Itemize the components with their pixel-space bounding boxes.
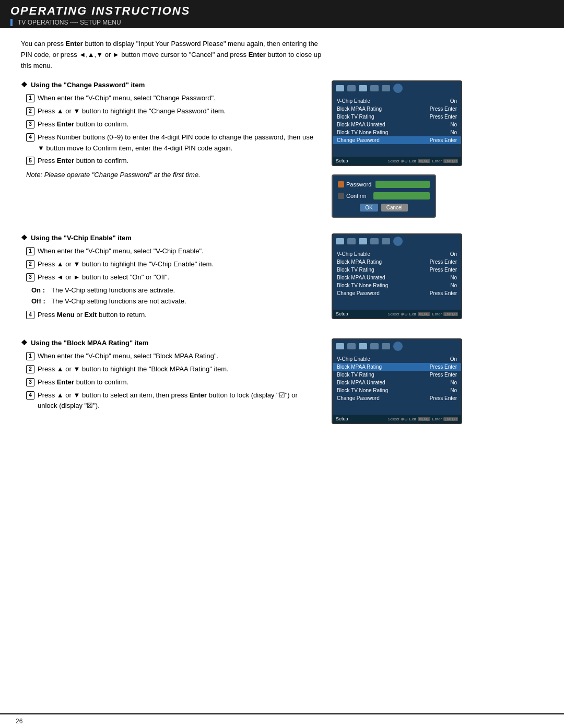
pwd-input-password	[375, 181, 430, 188]
step1-4: 4 Press Number buttons (0~9) to enter th…	[26, 132, 313, 154]
tv3-row-none: Block TV None Rating No	[333, 386, 461, 394]
header-subtitle: TV OPERATIONS ---- SETUP MENU	[10, 19, 554, 26]
tv-icon-1	[336, 85, 344, 91]
step2-3: 3 Press ◄ or ► button to select "On" or …	[26, 272, 313, 283]
pwd-icon-confirm	[338, 193, 344, 199]
tv3-row-tv: Block TV Rating Press Enter	[333, 371, 461, 379]
pwd-input-confirm	[373, 192, 430, 199]
tv-bottombar-3: Setup Select ⊕⊖ Exit MENU Enter ENTER	[333, 415, 461, 423]
tv-icon2-3	[359, 238, 367, 244]
tv-icon3-2	[347, 343, 356, 349]
tv-row-change-pwd: Change Password Press Enter	[333, 136, 461, 144]
tv2-row-none: Block TV None Rating No	[333, 281, 461, 289]
section2-sublist: On : The V-Chip setting functions are ac…	[21, 285, 313, 307]
step1-3: 3 Press Enter button to confirm.	[26, 119, 313, 130]
tv2-row-mpaa: Block MPAA Rating Press Enter	[333, 258, 461, 266]
section1-screens: V-Chip Enable On Block MPAA Rating Press…	[332, 80, 462, 218]
tv-menu-1: V-Chip Enable On Block MPAA Rating Press…	[333, 95, 461, 146]
sub-off: Off : The V-Chip setting functions are n…	[31, 296, 313, 307]
pwd-label-confirm: Confirm	[338, 193, 369, 199]
tv-icon2-4	[370, 238, 379, 244]
section1-steps: 1 When enter the "V-Chip" menu, select "…	[21, 93, 313, 167]
pwd-cancel-button[interactable]: Cancel	[381, 204, 408, 212]
tv-icon-6	[393, 84, 403, 93]
tv-controls-3: Select ⊕⊖ Exit MENU Enter ENTER	[388, 417, 459, 421]
tv2-row-unrated: Block MPAA Unrated No	[333, 274, 461, 281]
tv-menu-3: V-Chip Enable On Block MPAA Rating Press…	[333, 353, 461, 404]
tv-screen-3: V-Chip Enable On Block MPAA Rating Press…	[332, 338, 462, 424]
tv-row-block-tv: Block TV Rating Press Enter	[333, 113, 461, 121]
page-number: 26	[16, 718, 22, 725]
step1-5: 5 Press Enter button to confirm.	[26, 156, 313, 167]
tv2-row-changepwd: Change Password Press Enter	[333, 289, 461, 297]
tv2-row-vchip: V-Chip Enable On	[333, 250, 461, 258]
sub-on: On : The V-Chip setting functions are ac…	[31, 285, 313, 296]
tv-topbar-2	[333, 234, 461, 248]
pwd-buttons: OK Cancel	[338, 204, 430, 212]
section-vchip-enable: Using the "V-Chip Enable" item 1 When en…	[21, 233, 548, 323]
step3-4: 4 Press ▲ or ▼ button to select an item,…	[26, 390, 313, 412]
step3-1: 1 When enter the "V-Chip" menu, select "…	[26, 351, 313, 362]
tv3-row-changepwd: Change Password Press Enter	[333, 394, 461, 402]
tv-row-block-mpaa: Block MPAA Rating Press Enter	[333, 105, 461, 113]
tv-icon3-6	[393, 342, 403, 351]
tv-icon3-5	[382, 343, 390, 349]
section-change-password: Using the "Change Password" item 1 When …	[21, 80, 548, 218]
tv-icon-4	[370, 85, 379, 91]
section3-steps: 1 When enter the "V-Chip" menu, select "…	[21, 351, 313, 412]
section2-steps: 1 When enter the "V-Chip" menu, select "…	[21, 246, 313, 283]
tv-setup-label-2: Setup	[336, 311, 348, 316]
tv-row-block-none: Block TV None Rating No	[333, 128, 461, 136]
section1-note: Note: Please operate "Change Password" a…	[21, 171, 313, 179]
tv-topbar-3	[333, 339, 461, 353]
section1-left: Using the "Change Password" item 1 When …	[21, 80, 313, 218]
tv-icon-5	[382, 85, 390, 91]
section1-title: Using the "Change Password" item	[21, 80, 313, 89]
tv-setup-label-3: Setup	[336, 416, 348, 421]
section3-title: Using the "Block MPAA Rating" item	[21, 338, 313, 347]
step2-2: 2 Press ▲ or ▼ button to highlight the "…	[26, 259, 313, 270]
tv-icon2-6	[393, 237, 403, 246]
tv-bottombar-1: Setup Select ⊕⊖ Exit MENU Enter ENTER	[333, 157, 461, 165]
tv-screen-2: V-Chip Enable On Block MPAA Rating Press…	[332, 233, 462, 319]
section1-right: V-Chip Enable On Block MPAA Rating Press…	[329, 80, 465, 218]
step2-4: 4 Press Menu or Exit button to return.	[26, 310, 313, 321]
tv-icon-3	[359, 85, 367, 91]
intro-text: You can press Enter button to display "I…	[21, 39, 324, 71]
tv-icon2-5	[382, 238, 390, 244]
tv3-row-vchip: V-Chip Enable On	[333, 355, 461, 363]
step2-1: 1 When enter the "V-Chip" menu, select "…	[26, 246, 313, 257]
section-block-mpaa: Using the "Block MPAA Rating" item 1 Whe…	[21, 338, 548, 424]
tv-icon2-2	[347, 238, 356, 244]
tv3-row-unrated: Block MPAA Unrated No	[333, 379, 461, 386]
step1-1: 1 When enter the "V-Chip" menu, select "…	[26, 93, 313, 104]
tv-controls-2: Select ⊕⊖ Exit MENU Enter ENTER	[388, 312, 459, 316]
pwd-row-password: Password	[338, 181, 430, 188]
step3-3: 3 Press Enter button to confirm.	[26, 377, 313, 388]
tv3-row-mpaa: Block MPAA Rating Press Enter	[333, 363, 461, 371]
pwd-row-confirm: Confirm	[338, 192, 430, 199]
tv-icon3-3	[359, 343, 367, 349]
footer: 26	[0, 713, 564, 728]
section3-left: Using the "Block MPAA Rating" item 1 Whe…	[21, 338, 313, 424]
tv-setup-label-1: Setup	[336, 158, 348, 163]
section2-left: Using the "V-Chip Enable" item 1 When en…	[21, 233, 313, 323]
pwd-label-password: Password	[338, 181, 371, 187]
password-dialog: Password Confirm OK Cancel	[332, 174, 436, 218]
tv-screen-1: V-Chip Enable On Block MPAA Rating Press…	[332, 80, 462, 166]
tv2-row-tv: Block TV Rating Press Enter	[333, 266, 461, 274]
main-content: You can press Enter button to display "I…	[0, 28, 564, 450]
section3-right: V-Chip Enable On Block MPAA Rating Press…	[329, 338, 465, 424]
tv-row-vchip-enable: V-Chip Enable On	[333, 97, 461, 105]
tv-menu-2: V-Chip Enable On Block MPAA Rating Press…	[333, 248, 461, 299]
tv-row-block-unrated: Block MPAA Unrated No	[333, 121, 461, 128]
pwd-icon-lock	[338, 181, 344, 187]
pwd-ok-button[interactable]: OK	[360, 204, 378, 212]
tv-topbar-1	[333, 81, 461, 95]
section2-right: V-Chip Enable On Block MPAA Rating Press…	[329, 233, 465, 323]
tv-icon3-4	[370, 343, 379, 349]
tv-icon3-1	[336, 343, 344, 349]
tv-bottombar-2: Setup Select ⊕⊖ Exit MENU Enter ENTER	[333, 310, 461, 318]
section2-title: Using the "V-Chip Enable" item	[21, 233, 313, 242]
section2-step4: 4 Press Menu or Exit button to return.	[21, 310, 313, 321]
